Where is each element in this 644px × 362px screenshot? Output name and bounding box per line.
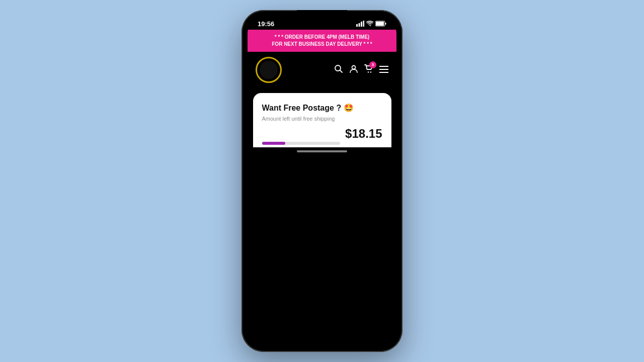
- svg-rect-3: [363, 21, 365, 27]
- popup-amount: $18.15: [345, 127, 382, 141]
- notch: [297, 10, 347, 21]
- content-area: (x3) Curl: C Edit Subtotal $56.85 Shippi…: [248, 88, 396, 147]
- promo-line2: FOR NEXT BUSINESS DAY DELIVERY * * *: [254, 41, 390, 48]
- battery-icon: [375, 21, 386, 28]
- svg-rect-1: [359, 23, 360, 27]
- cart-badge: 3: [369, 61, 376, 68]
- menu-icon[interactable]: [379, 65, 388, 75]
- header-icons: 3: [334, 64, 388, 76]
- svg-point-11: [370, 71, 371, 72]
- progress-bar-container: [262, 142, 341, 145]
- svg-rect-2: [361, 22, 362, 27]
- user-icon[interactable]: [349, 64, 358, 76]
- svg-rect-6: [385, 23, 386, 25]
- svg-point-9: [352, 65, 356, 69]
- wifi-icon: [366, 21, 373, 27]
- popup-card: Want Free Postage ? 🤩 Amount left until …: [253, 93, 391, 147]
- home-indicator: [297, 150, 347, 152]
- svg-rect-5: [376, 22, 384, 26]
- svg-line-8: [340, 70, 343, 72]
- progress-bar-fill: [262, 142, 286, 145]
- header: 3: [248, 52, 396, 88]
- bottom-bar: [248, 147, 396, 157]
- svg-point-10: [368, 71, 369, 72]
- promo-line1: * * * ORDER BEFORE 4PM (MELB TIME): [254, 34, 390, 41]
- phone-frame: 19:56: [242, 10, 403, 352]
- cart-icon[interactable]: 3: [364, 64, 373, 76]
- logo-inner: [260, 61, 278, 79]
- search-icon[interactable]: [334, 64, 343, 76]
- popup-subtitle: Amount left until free shipping: [262, 116, 382, 122]
- status-time: 19:56: [258, 20, 274, 28]
- popup-title: Want Free Postage ? 🤩: [262, 103, 382, 113]
- svg-rect-0: [356, 24, 358, 27]
- logo[interactable]: [256, 57, 282, 83]
- popup-overlay: Want Free Postage ? 🤩 Amount left until …: [248, 88, 396, 147]
- promo-banner: * * * ORDER BEFORE 4PM (MELB TIME) FOR N…: [248, 30, 396, 52]
- character-image: [345, 146, 382, 147]
- signal-icon: [356, 21, 364, 28]
- status-icons: [356, 21, 386, 28]
